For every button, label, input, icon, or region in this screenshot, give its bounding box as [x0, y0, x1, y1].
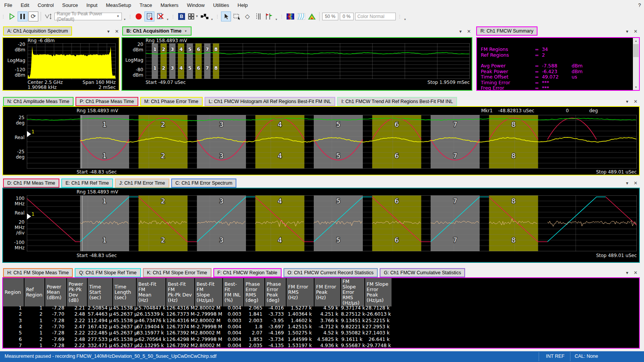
tab-e[interactable]: E: Ch1 FM Ref Time: [61, 179, 113, 188]
tab-k[interactable]: K: Ch1 FM Slope Error Time: [143, 268, 211, 277]
y-axis-format-label: LogMag: [2, 58, 25, 63]
svg-text:7: 7: [206, 46, 209, 52]
spectrogram-view-button[interactable]: [285, 11, 295, 21]
tab-p[interactable]: P: Ch1 Phase Meas Time: [75, 97, 138, 106]
select-cursor-button[interactable]: [221, 11, 231, 21]
menu-item-meassetup[interactable]: MeasSetup: [102, 0, 135, 10]
panel-close-button[interactable]: ✕: [634, 99, 637, 104]
measurement-b-button[interactable]: B: [177, 11, 187, 21]
region-table-cell: 0.003: [223, 311, 244, 317]
panel-menu-button[interactable]: ▾: [626, 270, 628, 275]
region-table-row[interactable]: 71-7.282.22332.471 µ45.2637 µ42.13295 k1…: [3, 342, 392, 348]
tab-r-fmcw-summary[interactable]: R: Ch1 FMCW Summary: [476, 26, 537, 36]
region-table-cell: 0.004: [223, 305, 244, 311]
fm-meas-time-plot[interactable]: 11122334455667788: [27, 195, 637, 251]
scrollbar-thumb[interactable]: [633, 44, 639, 57]
phase-meas-time-plot[interactable]: 11122334455667788: [27, 115, 637, 169]
toolbar-overflow-icon[interactable]: ▼: [166, 18, 169, 22]
colormap-button[interactable]: [307, 11, 317, 21]
menu-item-file[interactable]: File: [0, 0, 16, 10]
panel-close-button[interactable]: ✕: [634, 180, 637, 186]
panel-menu-button[interactable]: ▾: [107, 29, 110, 34]
play-button[interactable]: [7, 11, 17, 21]
panel-close-button[interactable]: ✕: [634, 270, 637, 275]
record-button[interactable]: [134, 11, 144, 21]
panel-menu-button[interactable]: ▾: [626, 29, 628, 34]
tab-f[interactable]: F: Ch1 FMCW Region Table: [213, 268, 282, 277]
summary-scrollbar[interactable]: ▲ ▼: [633, 38, 639, 90]
scroll-down-button[interactable]: ▼: [633, 84, 639, 90]
menu-item-help[interactable]: Help: [233, 0, 252, 10]
tab-d[interactable]: D: Ch1 FM Meas Time: [3, 179, 59, 188]
tab-m[interactable]: M: Ch1 Phase Error Time: [140, 97, 203, 106]
marker-flags-button[interactable]: [264, 11, 274, 21]
measurement-setup-button[interactable]: [200, 11, 210, 21]
scroll-up-button[interactable]: ▲: [633, 38, 639, 44]
tab-l[interactable]: L: Ch1 FMCW Histogram All Ref Regions Be…: [205, 97, 336, 106]
toolbar-grip[interactable]: ⋮: [398, 11, 402, 21]
svg-text:4: 4: [278, 152, 282, 160]
menu-item-edit[interactable]: Edit: [16, 0, 33, 10]
menu-item-input[interactable]: Input: [82, 0, 102, 10]
tab-b-acquisition-time[interactable]: B: Ch1 Acquisition Time▼: [122, 26, 192, 36]
region-table-row[interactable]: 62-7.692.48277.533 µ45.1538 µ-62.70564 k…: [3, 336, 392, 342]
band-markers-button[interactable]: [253, 11, 263, 21]
panel-close-button[interactable]: ✕: [467, 29, 471, 34]
region-table-row[interactable]: 22-7.702.4857.4463 µ45.2637 µ26.15339 k1…: [3, 311, 392, 317]
toolbar-overflow-icon[interactable]: ▼: [211, 18, 213, 22]
region-table-row[interactable]: 11-7.282.212.50854 µ45.1538 µ-5.704847 k…: [3, 305, 392, 311]
region-table-row[interactable]: 42-7.702.47167.432 µ45.2637 µ67.19404 k1…: [3, 324, 392, 330]
menu-item-utilities[interactable]: Utilities: [209, 0, 233, 10]
panel-close-button[interactable]: ✕: [115, 29, 119, 34]
panel-menu-button[interactable]: ▾: [626, 180, 628, 186]
svg-text:7: 7: [453, 152, 457, 160]
toolbar-overflow-icon[interactable]: ▼: [275, 18, 278, 22]
acquisition-spectrum-plot[interactable]: [28, 43, 116, 79]
menu-item-trace[interactable]: Trace: [135, 0, 156, 10]
toolbar-grip[interactable]: ⋮: [215, 11, 220, 21]
range-mode-dropdown[interactable]: Range To Peak Power (Default)▼: [54, 13, 122, 20]
toolbar-overflow-icon[interactable]: ▼: [123, 18, 126, 22]
panel-menu-button[interactable]: ▾: [626, 99, 628, 104]
toolbar-grip[interactable]: ⋮: [171, 11, 175, 21]
tab-i[interactable]: I: Ch1 FMCW Trend All Ref Regions Best-F…: [337, 97, 457, 106]
table-header-cell: Time Start (sec): [88, 278, 113, 306]
menu-item-markers[interactable]: Markers: [156, 0, 183, 10]
restart-button[interactable]: ⟳: [28, 11, 38, 21]
tab-c[interactable]: C: Ch1 FM Error Spectrum: [171, 179, 237, 188]
tab-h[interactable]: H: Ch1 FM Slope Meas Time: [3, 268, 73, 277]
zoom-x-box[interactable]: 50 %: [322, 13, 338, 20]
region-table-cell: -7.70: [45, 324, 67, 330]
menu-item-window[interactable]: Window: [183, 0, 209, 10]
toolbar-overflow-icon[interactable]: ▼: [404, 18, 406, 22]
zoom-select-button[interactable]: [232, 11, 242, 21]
tab-a-acquisition-spectrum[interactable]: A: Ch1 Acquisition Spectrum: [3, 26, 72, 36]
recording-playback-button[interactable]: [144, 11, 154, 21]
zoom-y-box[interactable]: 0 %: [340, 13, 354, 20]
menu-item-control[interactable]: Control: [33, 0, 58, 10]
panel-menu-button[interactable]: ▾: [459, 29, 462, 34]
toolbar-grip[interactable]: ⋮: [280, 11, 284, 21]
acquisition-time-plot[interactable]: 1122334455667788: [146, 43, 470, 79]
auto-range-button[interactable]: [43, 11, 53, 21]
tab-q[interactable]: Q: Ch1 FM Slope Ref Time: [75, 268, 141, 277]
tab-o[interactable]: O: Ch1 FMCW Current Record Statistics: [283, 268, 378, 277]
region-table-cell: -29.7748 k: [365, 342, 392, 348]
color-mode-dropdown[interactable]: Color Normal: [355, 13, 396, 20]
tab-n[interactable]: N: Ch1 Amplitude Meas Time: [3, 97, 74, 106]
marker-diamond-button[interactable]: ◇: [243, 11, 252, 21]
help-icon[interactable]: ?: [638, 0, 641, 10]
region-table-cell: 1: [25, 305, 45, 311]
delete-recording-button[interactable]: [155, 11, 165, 21]
toolbar-grip[interactable]: ⋮: [128, 11, 132, 21]
waterfall-view-button[interactable]: [296, 11, 306, 21]
pause-button[interactable]: [18, 11, 28, 21]
region-table-row[interactable]: 31-7.282.22112.494 µ45.1538 µ-46.73476 k…: [3, 318, 392, 324]
tab-j[interactable]: J: Ch1 FM Error Time: [115, 179, 169, 188]
window-layout-button[interactable]: ▼: [187, 11, 199, 21]
toolbar-grip[interactable]: ⋮: [1, 11, 5, 21]
panel-close-button[interactable]: ✕: [634, 29, 637, 34]
region-table-row[interactable]: 51-7.282.22222.485 µ45.2637 µ83.15977 k1…: [3, 330, 392, 336]
menu-item-source[interactable]: Source: [58, 0, 82, 10]
tab-g[interactable]: G: Ch1 FMCW Cumulative Statistics: [380, 268, 465, 277]
